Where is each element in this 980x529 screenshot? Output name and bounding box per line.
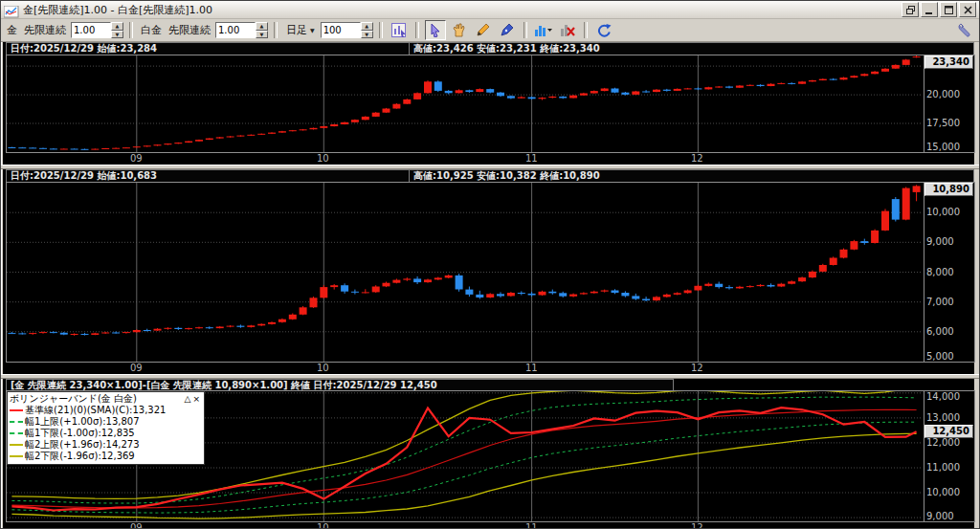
chevron-down-icon: ▼ (310, 27, 315, 33)
candlestick (580, 94, 588, 96)
candlestick (144, 145, 151, 146)
period-dropdown[interactable]: 日足 ▼ (283, 22, 318, 38)
legend-line-swatch (10, 421, 23, 423)
platinum-candlestick-chart[interactable] (6, 182, 924, 363)
candlestick (486, 89, 494, 93)
candlestick (216, 137, 224, 138)
hand-tool-button[interactable] (449, 20, 470, 40)
titlebar: 金[先限連続]1.00 - 白金[先限連続]1.00 (1, 1, 979, 19)
candlestick (768, 84, 775, 86)
candlestick (206, 327, 213, 328)
candlestick (39, 148, 47, 149)
candlestick (91, 333, 99, 335)
candlestick (559, 97, 567, 99)
candlestick (580, 293, 588, 294)
candlestick (777, 83, 785, 84)
kline-tool-button[interactable] (389, 20, 410, 40)
spin-up-icon[interactable]: ▲ (256, 22, 268, 31)
spin-up-icon[interactable]: ▲ (361, 22, 373, 31)
candlestick (133, 146, 141, 147)
select-arrow-button[interactable] (425, 20, 446, 40)
legend-close-icon[interactable]: × (191, 394, 201, 404)
candlestick (216, 327, 224, 329)
candlestick (757, 285, 765, 286)
legend-collapse-icon[interactable]: △ (184, 394, 192, 404)
candlestick (445, 276, 453, 278)
bar-count-input[interactable] (321, 22, 361, 38)
pen-tool-button[interactable] (497, 20, 518, 40)
gold-multiplier-input[interactable] (71, 22, 111, 38)
y-axis-tick-label: 14,000 (926, 391, 960, 402)
chart-delete-button[interactable] (557, 20, 578, 40)
candlestick (403, 99, 411, 104)
candlestick (206, 139, 213, 140)
gold-candlestick-chart[interactable] (6, 55, 924, 153)
current-price-label: 10,890 (924, 183, 973, 196)
legend-item: 幅1上限(+1.00σ):13,807 (10, 416, 201, 428)
candlestick (330, 124, 338, 126)
candlestick (445, 91, 453, 93)
candlestick (518, 98, 525, 99)
candlestick (383, 109, 390, 113)
candlestick (112, 333, 120, 334)
maximize-button[interactable] (940, 2, 957, 17)
current-price-label: 12,450 (924, 425, 973, 438)
candlestick (456, 276, 463, 290)
candlestick (528, 98, 536, 99)
candlestick (351, 292, 359, 293)
candlestick (798, 277, 806, 281)
platinum-multiplier-input[interactable] (215, 22, 256, 38)
spread-info: [金 先限連続 23,340×1.00]-[白金 先限連続 10,890×1.0… (6, 379, 674, 390)
cascade-button[interactable] (902, 2, 919, 17)
candlestick (91, 149, 99, 150)
y-axis-tick-label: 8,000 (926, 267, 954, 277)
candlestick (392, 104, 400, 109)
gold-info-date-open: 日付:2025/12/29 始値:23,284 (6, 42, 410, 55)
candlestick (892, 65, 900, 69)
candlestick (590, 91, 598, 93)
legend-line-swatch (10, 432, 23, 434)
minimize-button[interactable] (921, 2, 938, 17)
refresh-button[interactable] (593, 20, 614, 40)
candlestick (154, 329, 162, 331)
toolbar-separator (584, 22, 588, 38)
candlestick (674, 89, 681, 91)
period-label: 日足 (286, 23, 307, 37)
candlestick (486, 294, 494, 298)
month-tick-label: 10 (317, 363, 329, 373)
candlestick (403, 278, 411, 279)
candlestick (413, 93, 421, 99)
candlestick (913, 186, 921, 192)
spin-up-icon[interactable]: ▲ (111, 22, 123, 31)
candlestick (424, 279, 432, 282)
pencil-tool-button[interactable] (473, 20, 494, 40)
wrench-icon (958, 23, 972, 37)
kline-tool-icon (391, 23, 407, 38)
y-axis-tick-label: 11,000 (926, 462, 960, 473)
candlestick (840, 77, 848, 79)
gold-plot-row: 20,00017,50015,00023,340 (6, 55, 974, 153)
spin-down-icon[interactable]: ▼ (111, 31, 123, 39)
candlestick (424, 81, 432, 93)
y-axis-tick-label: 9,000 (926, 511, 954, 521)
candlestick (653, 297, 660, 300)
gold-series-label: 先限連続 (22, 23, 68, 37)
candlestick (236, 136, 244, 137)
chart-type-button[interactable] (533, 20, 554, 40)
candlestick (174, 143, 182, 143)
candlestick (60, 333, 68, 335)
close-button[interactable] (959, 2, 976, 17)
spin-down-icon[interactable]: ▼ (361, 31, 373, 39)
candlestick (465, 90, 473, 92)
candlestick (798, 81, 806, 83)
candlestick (195, 327, 203, 328)
candlestick (18, 333, 26, 334)
spread-time-axis: 09101112 (6, 522, 974, 529)
candlestick (456, 90, 463, 93)
candlestick (725, 287, 733, 288)
settings-wrench-button[interactable] (954, 20, 975, 40)
candlestick (840, 250, 848, 258)
spin-down-icon[interactable]: ▼ (256, 31, 268, 39)
toolbar: 金 先限連続 ▲▼ 白金 先限連続 ▲▼ 日足 ▼ ▲▼ (1, 19, 979, 42)
candlestick (871, 72, 879, 75)
